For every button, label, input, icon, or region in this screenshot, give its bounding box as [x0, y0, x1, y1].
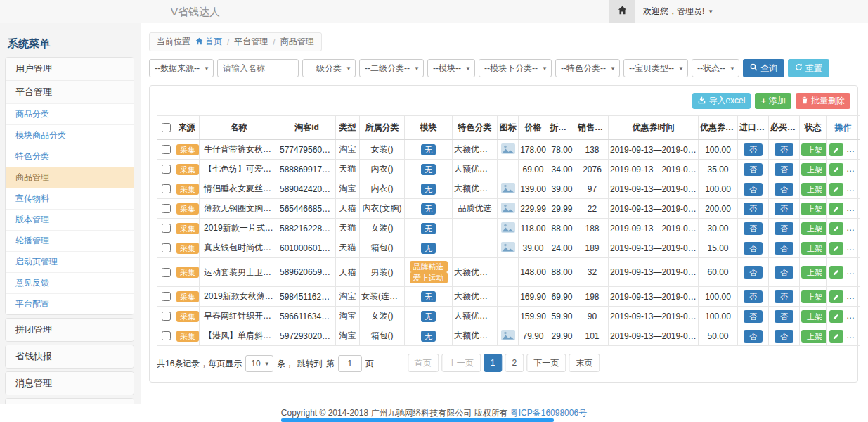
edit-button[interactable]	[829, 242, 843, 255]
edit-button[interactable]	[829, 163, 843, 176]
name-search-input[interactable]	[217, 59, 299, 77]
import-preferred-toggle[interactable]: 否	[744, 183, 763, 196]
row-checkbox[interactable]	[162, 331, 171, 340]
sidebar-item[interactable]: 模块商品分类	[6, 124, 134, 146]
edit-button[interactable]	[829, 222, 843, 235]
import-preferred-toggle[interactable]: 否	[744, 266, 763, 279]
sidebar-item[interactable]: 启动页管理	[6, 251, 134, 272]
row-checkbox[interactable]	[162, 184, 171, 193]
filter-select[interactable]: --数据来源--▼	[149, 59, 214, 77]
must-buy-toggle[interactable]: 否	[775, 203, 793, 215]
row-checkbox[interactable]	[162, 312, 171, 321]
status-button[interactable]: 上架	[801, 330, 827, 343]
status-cell: 上架	[800, 179, 827, 199]
search-button[interactable]: 查询	[743, 59, 784, 77]
horizontal-scrollbar-thumb[interactable]	[281, 418, 554, 422]
row-checkbox[interactable]	[162, 204, 171, 213]
status-button[interactable]: 上架	[801, 266, 827, 279]
import-preferred-cell: 否	[738, 238, 769, 258]
add-button[interactable]: + 添加	[755, 93, 791, 109]
page-number-input[interactable]	[338, 355, 362, 372]
page-button[interactable]: 下一页	[526, 354, 566, 372]
must-buy-toggle[interactable]: 否	[775, 143, 793, 156]
edit-button[interactable]	[829, 143, 843, 156]
import-preferred-toggle[interactable]: 否	[744, 310, 763, 323]
filter-select[interactable]: --二级分类--▼	[359, 59, 424, 77]
row-checkbox[interactable]	[162, 224, 171, 233]
import-preferred-toggle[interactable]: 否	[744, 143, 763, 156]
import-preferred-toggle[interactable]: 否	[744, 290, 763, 303]
must-buy-toggle[interactable]: 否	[775, 183, 793, 196]
row-checkbox[interactable]	[162, 145, 171, 154]
select-all-checkbox[interactable]	[162, 123, 171, 132]
sidebar-item[interactable]: 宣传物料	[6, 188, 134, 209]
edit-button[interactable]	[829, 290, 843, 303]
sidebar-item[interactable]: 消息管理	[6, 372, 134, 395]
sidebar-item[interactable]: 版本管理	[6, 209, 134, 230]
edit-button[interactable]	[829, 330, 843, 343]
import-excel-button[interactable]: 导入excel	[692, 93, 751, 109]
status-button[interactable]: 上架	[801, 183, 827, 196]
batch-delete-button[interactable]: 批量删除	[796, 93, 850, 109]
sidebar-item[interactable]: 轮播管理	[6, 230, 134, 251]
page-button[interactable]: 2	[505, 354, 524, 372]
sidebar-item[interactable]: 拼团管理	[6, 319, 134, 341]
sidebar-item[interactable]: 特色分类	[6, 146, 134, 167]
filter-select[interactable]: --模块--▼	[427, 59, 475, 77]
row-checkbox[interactable]	[162, 243, 171, 252]
filter-select[interactable]: 一级分类▼	[302, 59, 356, 77]
ops-cell	[827, 160, 860, 179]
sidebar-item[interactable]: 商品分类	[6, 103, 134, 124]
page-button[interactable]: 上一页	[441, 354, 481, 372]
row-checkbox[interactable]	[162, 165, 171, 174]
status-button[interactable]: 上架	[801, 310, 827, 323]
icp-link[interactable]: 粤ICP备16098006号	[510, 407, 587, 419]
must-buy-toggle[interactable]: 否	[775, 242, 793, 255]
breadcrumb-item[interactable]: 平台管理	[234, 36, 268, 48]
import-preferred-toggle[interactable]: 否	[744, 330, 763, 343]
sidebar-item[interactable]: 平台配置	[6, 293, 134, 314]
status-button[interactable]: 上架	[801, 290, 827, 303]
edit-button[interactable]	[829, 203, 843, 215]
must-buy-toggle[interactable]: 否	[775, 163, 793, 176]
breadcrumb-home-link[interactable]: 首页	[195, 36, 222, 48]
sidebar-item[interactable]: 用户管理	[6, 58, 134, 80]
edit-button[interactable]	[829, 266, 843, 279]
reset-button[interactable]: 重置	[788, 59, 829, 77]
discount-price: 29.99	[548, 199, 576, 219]
row-checkbox[interactable]	[162, 268, 171, 277]
must-buy-toggle[interactable]: 否	[775, 266, 793, 279]
row-checkbox[interactable]	[162, 292, 171, 301]
filter-select[interactable]: --宝贝类型--▼	[623, 59, 688, 77]
sidebar-item[interactable]: 省钱快报	[6, 345, 134, 368]
status-button[interactable]: 上架	[801, 163, 827, 176]
status-button[interactable]: 上架	[801, 242, 827, 255]
status-button[interactable]: 上架	[801, 222, 827, 235]
user-menu[interactable]: 欢迎您，管理员! ▼	[635, 0, 722, 23]
coupon-amount: 35.00	[699, 160, 738, 179]
sidebar-item[interactable]: 意见反馈	[6, 272, 134, 293]
must-buy-toggle[interactable]: 否	[775, 222, 793, 235]
category: 男装()	[360, 258, 405, 287]
filter-select[interactable]: --状态--▼	[692, 59, 739, 77]
must-buy-toggle[interactable]: 否	[775, 290, 793, 303]
edit-button[interactable]	[829, 310, 843, 323]
filter-select[interactable]: --特色分类--▼	[555, 59, 620, 77]
must-buy-toggle[interactable]: 否	[775, 330, 793, 343]
import-preferred-toggle[interactable]: 否	[744, 163, 763, 176]
filter-select[interactable]: --模块下分类--▼	[479, 59, 552, 77]
edit-button[interactable]	[829, 183, 843, 196]
status-button[interactable]: 上架	[801, 203, 827, 215]
home-button[interactable]	[609, 0, 635, 23]
page-button[interactable]: 首页	[408, 354, 439, 372]
per-page-select[interactable]: 10 ▼	[245, 355, 273, 372]
import-preferred-toggle[interactable]: 否	[744, 203, 763, 215]
sidebar-item[interactable]: 商品管理	[6, 167, 134, 188]
status-button[interactable]: 上架	[801, 143, 827, 156]
import-preferred-toggle[interactable]: 否	[744, 222, 763, 235]
import-preferred-toggle[interactable]: 否	[744, 242, 763, 255]
must-buy-toggle[interactable]: 否	[775, 310, 793, 323]
page-button[interactable]: 末页	[569, 354, 600, 372]
sidebar-item[interactable]: 平台管理	[6, 80, 134, 103]
page-button[interactable]: 1	[484, 354, 503, 372]
